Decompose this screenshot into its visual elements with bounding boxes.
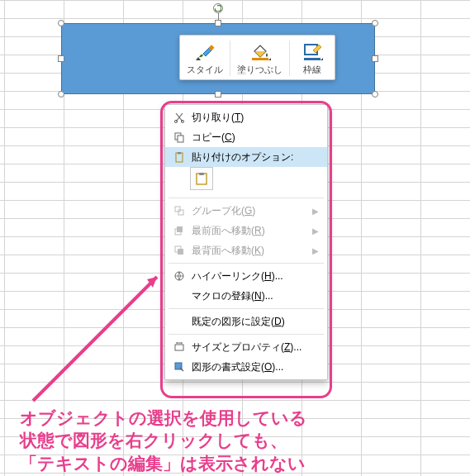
svg-rect-13	[178, 210, 183, 215]
menu-set-default[interactable]: 既定の図形に設定(D)	[165, 312, 327, 331]
outline-label: 枠線	[303, 64, 321, 76]
menu-hyperlink[interactable]: ハイパーリンク(H)...	[165, 266, 327, 286]
svg-rect-9	[178, 152, 181, 155]
format-shape-icon	[170, 361, 188, 373]
svg-rect-1	[252, 58, 268, 60]
menu-label: ハイパーリンク(H)...	[188, 269, 319, 283]
bring-front-icon	[170, 225, 188, 236]
menu-bring-front: 最前面へ移動(R) ▶	[165, 221, 327, 240]
menu-format-shape[interactable]: 図形の書式設定(O)...	[165, 357, 327, 377]
menu-size-properties[interactable]: サイズとプロパティ(Z)...	[165, 337, 327, 357]
menu-macro[interactable]: マクロの登録(N)...	[165, 286, 327, 306]
menu-label: グループ化(G)	[188, 204, 312, 218]
copy-icon	[170, 131, 188, 143]
separator	[289, 40, 290, 76]
fill-icon	[249, 40, 272, 62]
svg-rect-8	[176, 153, 183, 162]
clipboard-icon	[194, 171, 209, 186]
fill-label: 塗りつぶし	[237, 64, 282, 76]
menu-group: グループ化(G) ▶	[165, 201, 327, 221]
style-icon	[193, 40, 216, 62]
size-icon	[170, 341, 188, 353]
outline-icon	[301, 40, 324, 62]
separator	[230, 40, 230, 76]
hyperlink-icon	[170, 270, 188, 282]
resize-handle[interactable]	[58, 55, 64, 62]
fill-button[interactable]: 塗りつぶし	[232, 39, 287, 78]
menu-send-back: 最背面へ移動(K) ▶	[165, 240, 327, 260]
menu-label: 切り取り(T)	[188, 111, 319, 125]
paste-option-row	[165, 167, 327, 195]
mini-toolbar: スタイル 塗りつぶし 枠線	[179, 35, 335, 80]
svg-rect-12	[175, 207, 180, 212]
style-label: スタイル	[187, 64, 223, 76]
menu-label: 最背面へ移動(K)	[188, 244, 312, 258]
caption-line: 状態で図形を右クリックしても、	[20, 429, 307, 451]
rotate-handle[interactable]	[213, 3, 223, 13]
menu-cut[interactable]: 切り取り(T)	[165, 107, 327, 127]
resize-handle[interactable]	[372, 55, 378, 62]
resize-handle[interactable]	[372, 20, 378, 26]
caption-line: オブジェクトの選択を使用している	[20, 407, 307, 429]
resize-handle[interactable]	[372, 91, 378, 98]
resize-handle[interactable]	[215, 20, 221, 26]
svg-rect-17	[178, 249, 183, 255]
resize-handle[interactable]	[58, 20, 64, 26]
separator	[169, 263, 324, 264]
caption-line: 「テキストの編集」は表示されない	[20, 452, 307, 474]
outline-button[interactable]: 枠線	[292, 39, 333, 78]
svg-rect-19	[175, 345, 183, 350]
submenu-arrow-icon: ▶	[312, 246, 319, 255]
menu-label: コピー(C)	[188, 131, 319, 145]
svg-rect-7	[178, 136, 183, 142]
annotation-caption: オブジェクトの選択を使用している 状態で図形を右クリックしても、 「テキストの編…	[20, 407, 307, 474]
submenu-arrow-icon: ▶	[312, 226, 319, 236]
separator	[169, 308, 324, 309]
menu-label: マクロの登録(N)...	[188, 289, 319, 303]
svg-rect-3	[304, 58, 320, 60]
send-back-icon	[170, 245, 188, 256]
menu-paste-options[interactable]: 貼り付けのオプション:	[165, 147, 327, 167]
group-icon	[170, 205, 188, 217]
menu-copy[interactable]: コピー(C)	[165, 127, 327, 147]
submenu-arrow-icon: ▶	[312, 207, 319, 216]
style-button[interactable]: スタイル	[182, 39, 228, 78]
resize-handle[interactable]	[58, 91, 64, 98]
cut-icon	[170, 112, 188, 123]
menu-label: 最前面へ移動(R)	[188, 224, 312, 238]
separator	[169, 334, 324, 335]
separator	[169, 198, 324, 198]
context-menu: 切り取り(T) コピー(C) 貼り付けのオプション: グループ化(G) ▶ 最前…	[164, 104, 328, 380]
paste-default-button[interactable]	[190, 167, 213, 190]
svg-rect-11	[199, 173, 204, 175]
menu-label: サイズとプロパティ(Z)...	[188, 340, 319, 355]
menu-label: 貼り付けのオプション:	[188, 150, 319, 164]
menu-label: 図形の書式設定(O)...	[188, 360, 319, 374]
menu-label: 既定の図形に設定(D)	[188, 315, 319, 329]
resize-handle[interactable]	[215, 91, 221, 98]
paste-icon	[170, 151, 188, 163]
